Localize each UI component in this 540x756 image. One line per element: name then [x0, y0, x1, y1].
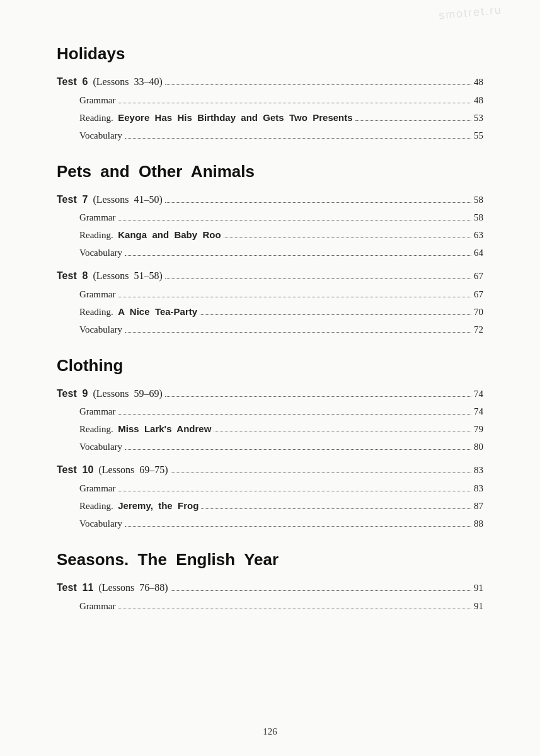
test8-label: Test 8 (Lessons 51–58) [57, 268, 163, 284]
grammar10-label: Grammar [79, 481, 115, 496]
grammar10-page: 83 [474, 481, 483, 496]
vocab10-label: Vocabulary [79, 516, 122, 531]
grammar11-line: Grammar 91 [57, 598, 483, 614]
reading7-dots [224, 238, 471, 238]
test8-dots [165, 278, 471, 279]
grammar7-dots [118, 220, 471, 220]
reading9-dots [214, 432, 471, 432]
vocab8-dots [125, 332, 471, 333]
reading6-dots [355, 120, 471, 121]
grammar9-line: Grammar 74 [57, 404, 483, 419]
vocab6-label: Vocabulary [79, 128, 122, 143]
vocab7-label: Vocabulary [79, 245, 122, 260]
test7-line: Test 7 (Lessons 41–50) 58 [57, 192, 483, 208]
vocab6-line: Vocabulary 55 [57, 128, 483, 143]
test7-page: 58 [474, 192, 483, 207]
reading10-label: Reading. Jeremy, the Frog [79, 498, 198, 513]
reading10-dots [201, 508, 471, 509]
page-number: 126 [263, 726, 277, 736]
reading10-page: 87 [474, 498, 483, 513]
reading7-page: 63 [474, 227, 483, 243]
test11-dots [171, 590, 471, 591]
vocab8-line: Vocabulary 72 [57, 322, 483, 337]
grammar7-label: Grammar [79, 210, 115, 225]
reading10-line: Reading. Jeremy, the Frog 87 [57, 498, 483, 513]
test7-dots [165, 202, 471, 203]
reading6-line: Reading. Eeyore Has His Birthday and Get… [57, 110, 483, 125]
test6-page: 48 [474, 74, 483, 89]
vocab8-page: 72 [474, 322, 483, 337]
vocab6-dots [125, 138, 471, 139]
reading8-dots [200, 314, 471, 315]
watermark: smotret.ru [438, 4, 502, 23]
grammar9-page: 74 [474, 404, 483, 419]
grammar6-label: Grammar [79, 93, 115, 108]
grammar9-dots [118, 414, 471, 415]
vocab10-dots [125, 526, 471, 527]
section-holidays: Holidays Test 6 (Lessons 33–40) 48 Gramm… [57, 44, 483, 143]
reading8-page: 70 [474, 304, 483, 319]
vocab9-line: Vocabulary 80 [57, 439, 483, 454]
reading7-line: Reading. Kanga and Baby Roo 63 [57, 227, 483, 243]
test11-line: Test 11 (Lessons 76–88) 91 [57, 580, 483, 596]
reading9-line: Reading. Miss Lark's Andrew 79 [57, 421, 483, 437]
test6-line: Test 6 (Lessons 33–40) 48 [57, 74, 483, 90]
section-title-seasons: Seasons. The English Year [57, 550, 483, 570]
grammar8-page: 67 [474, 287, 483, 302]
test9-page: 74 [474, 386, 483, 401]
test6-label: Test 6 (Lessons 33–40) [57, 74, 163, 90]
grammar6-line: Grammar 48 [57, 93, 483, 108]
reading7-label: Reading. Kanga and Baby Roo [79, 227, 221, 243]
section-pets: Pets and Other Animals Test 7 (Lessons 4… [57, 162, 483, 337]
vocab9-label: Vocabulary [79, 439, 122, 454]
grammar8-label: Grammar [79, 287, 115, 302]
test10-line: Test 10 (Lessons 69–75) 83 [57, 462, 483, 478]
grammar11-dots [118, 609, 471, 609]
vocab7-dots [125, 255, 471, 256]
test9-label: Test 9 (Lessons 59–69) [57, 386, 163, 402]
grammar11-page: 91 [474, 598, 483, 614]
grammar10-line: Grammar 83 [57, 481, 483, 496]
test10-page: 83 [474, 462, 483, 478]
section-title-clothing: Clothing [57, 356, 483, 375]
grammar6-page: 48 [474, 93, 483, 108]
vocab10-page: 88 [474, 516, 483, 531]
section-seasons: Seasons. The English Year Test 11 (Lesso… [57, 550, 483, 614]
grammar9-label: Grammar [79, 404, 115, 419]
grammar6-dots [118, 103, 471, 103]
section-title-holidays: Holidays [57, 44, 483, 64]
reading8-label: Reading. A Nice Tea-Party [79, 304, 197, 319]
section-clothing: Clothing Test 9 (Lessons 59–69) 74 Gramm… [57, 356, 483, 531]
vocab9-dots [125, 449, 471, 450]
vocab9-page: 80 [474, 439, 483, 454]
reading6-label: Reading. Eeyore Has His Birthday and Get… [79, 110, 353, 125]
reading8-line: Reading. A Nice Tea-Party 70 [57, 304, 483, 319]
vocab7-page: 64 [474, 245, 483, 260]
test6-dots [165, 84, 471, 85]
test8-page: 67 [474, 268, 483, 284]
test8-line: Test 8 (Lessons 51–58) 67 [57, 268, 483, 284]
page-footer: 126 [0, 726, 540, 737]
vocab7-line: Vocabulary 64 [57, 245, 483, 260]
test7-label: Test 7 (Lessons 41–50) [57, 192, 163, 208]
grammar11-label: Grammar [79, 598, 115, 614]
test9-line: Test 9 (Lessons 59–69) 74 [57, 386, 483, 402]
grammar8-dots [118, 297, 471, 297]
vocab10-line: Vocabulary 88 [57, 516, 483, 531]
reading9-page: 79 [474, 421, 483, 437]
reading9-label: Reading. Miss Lark's Andrew [79, 421, 211, 437]
test9-dots [165, 396, 471, 397]
vocab8-label: Vocabulary [79, 322, 122, 337]
reading6-page: 53 [474, 110, 483, 125]
grammar7-page: 58 [474, 210, 483, 225]
section-title-pets: Pets and Other Animals [57, 162, 483, 181]
test11-label: Test 11 (Lessons 76–88) [57, 580, 168, 596]
test10-label: Test 10 (Lessons 69–75) [57, 462, 168, 478]
page: smotret.ru Holidays Test 6 (Lessons 33–4… [0, 0, 540, 756]
grammar8-line: Grammar 67 [57, 287, 483, 302]
test10-dots [171, 472, 471, 473]
vocab6-page: 55 [474, 128, 483, 143]
grammar7-line: Grammar 58 [57, 210, 483, 225]
test11-page: 91 [474, 580, 483, 595]
grammar10-dots [118, 491, 471, 491]
